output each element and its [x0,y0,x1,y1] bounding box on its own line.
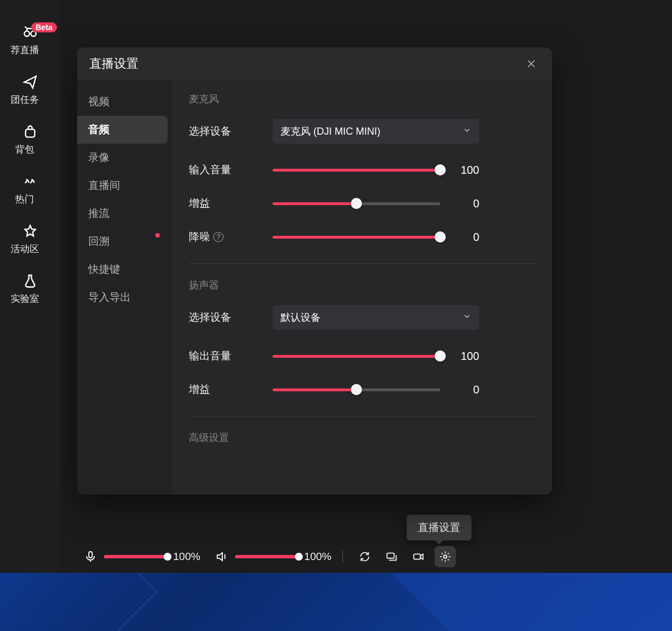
input-volume-label: 输入音量 [189,163,267,177]
beta-badge: Beta [31,22,57,32]
mic-icon[interactable] [83,549,98,564]
tab-label: 快捷键 [88,263,120,275]
speaker-device-select[interactable]: 默认设备 [273,305,479,330]
notification-dot [155,233,160,238]
tab-label: 视频 [88,96,109,107]
tab-record[interactable]: 录像 [77,144,168,172]
tab-label: 导入导出 [88,291,131,303]
speaker-device-label: 选择设备 [189,310,267,325]
svg-rect-4 [387,553,394,558]
svg-point-0 [25,31,30,36]
tab-label: 音频 [88,124,109,135]
speaker-gain-slider[interactable] [273,388,440,391]
tab-label: 录像 [88,151,109,163]
output-volume-label: 输出音量 [189,349,267,363]
speaker-icon[interactable] [214,549,230,564]
speaker-volume-value: 100% [304,551,332,563]
section-title-speaker: 扬声器 [189,278,535,292]
tab-stream[interactable]: 推流 [77,200,168,227]
tooltip: 直播设置 [407,515,471,540]
help-icon[interactable]: ? [213,232,223,242]
speaker-gain-value: 0 [451,383,479,396]
settings-button[interactable] [435,546,456,567]
sidebar-item-label: 背包 [15,143,34,156]
camera-button[interactable] [408,546,429,567]
dialog-header: 直播设置 [77,48,552,80]
close-button[interactable] [523,55,540,72]
tab-label: 推流 [88,207,109,219]
mic-gain-value: 0 [451,197,479,210]
output-volume-value: 100 [451,350,479,363]
tab-label: 直播间 [88,179,120,191]
sidebar-item-lab[interactable]: 实验室 [0,265,60,315]
tab-label: 回溯 [88,235,109,247]
sidebar-item-label: 团任务 [11,93,39,106]
main-panel: 直播设置 100% 100% 直播设置 视频 音频 录像 [60,0,672,573]
sidebar-item-label: 热门 [15,193,34,206]
tooltip-text: 直播设置 [418,521,460,533]
dialog-sidebar: 视频 音频 录像 直播间 推流 回溯 快捷键 导入导出 [77,80,172,495]
dialog-title: 直播设置 [89,55,139,72]
sidebar-item-activity[interactable]: 活动区 [0,216,60,265]
select-value: 麦克风 (DJI MIC MINI) [280,125,380,138]
sidebar-item-recommend-live[interactable]: Beta 荐直播 [0,17,60,67]
chevron-down-icon [463,126,471,137]
tab-replay[interactable]: 回溯 [77,227,168,255]
tab-import-export[interactable]: 导入导出 [77,283,168,311]
tab-audio[interactable]: 音频 [77,116,168,144]
input-volume-slider[interactable] [273,169,440,172]
tab-shortcut[interactable]: 快捷键 [77,255,168,283]
screen-button[interactable] [381,546,402,567]
mic-volume-slider[interactable] [104,555,168,558]
star-icon [22,224,38,239]
mic-device-select[interactable]: 麦克风 (DJI MIC MINI) [273,119,479,144]
mic-gain-slider[interactable] [273,202,440,205]
sidebar-item-label: 实验室 [11,292,39,305]
sidebar-item-label: 荐直播 [11,44,39,56]
dialog-content[interactable]: 麦克风 选择设备 麦克风 (DJI MIC MINI) 输入音量 100 [172,80,552,495]
divider [342,551,343,563]
flask-icon [22,273,38,289]
noise-reduce-label: 降噪 ? [189,230,267,244]
send-icon [22,74,38,90]
sidebar-item-tasks[interactable]: 团任务 [0,67,60,116]
divider [189,416,535,416]
mic-gain-label: 增益 [189,196,267,211]
tab-room[interactable]: 直播间 [77,172,168,200]
section-title-advanced: 高级设置 [189,431,535,444]
divider [189,263,535,264]
hot-icon [22,174,38,189]
speaker-gain-label: 增益 [189,382,267,397]
refresh-button[interactable] [354,546,375,567]
svg-rect-3 [89,552,92,558]
tab-video[interactable]: 视频 [77,88,168,116]
svg-point-6 [444,555,447,558]
noise-reduce-slider[interactable] [273,236,440,239]
mic-volume-value: 100% [173,551,201,563]
select-value: 默认设备 [280,311,321,324]
mic-device-label: 选择设备 [189,124,267,139]
sidebar-item-label: 活动区 [11,243,39,255]
speaker-volume-slider[interactable] [235,555,299,558]
live-settings-dialog: 直播设置 视频 音频 录像 直播间 推流 回溯 快捷键 导入导出 麦克风 选择设… [77,48,552,495]
app-sidebar: Beta 荐直播 团任务 背包 热门 活动区 实验室 [0,0,60,573]
section-title-mic: 麦克风 [189,92,535,106]
close-icon [526,58,537,69]
sidebar-item-backpack[interactable]: 背包 [0,116,60,166]
output-volume-slider[interactable] [273,355,440,358]
input-volume-value: 100 [451,164,479,177]
sidebar-item-hot[interactable]: 热门 [0,166,60,216]
svg-rect-5 [414,554,421,559]
noise-label-text: 降噪 [189,230,210,244]
svg-rect-2 [26,129,35,137]
backpack-icon [22,124,38,140]
bottom-toolbar: 100% 100% [60,540,672,573]
noise-reduce-value: 0 [451,231,479,244]
chevron-down-icon [463,312,471,324]
